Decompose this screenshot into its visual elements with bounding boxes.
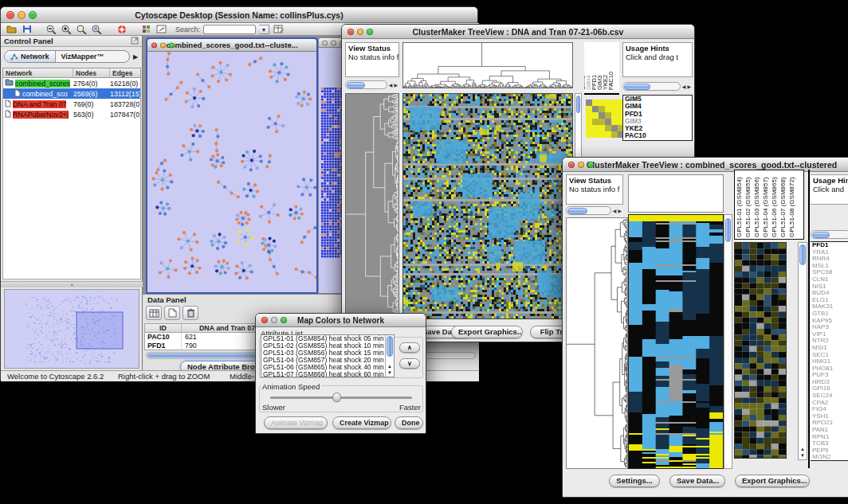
scroll-up-icon[interactable]: ▲: [386, 364, 394, 369]
zoom-window-icon[interactable]: [367, 29, 373, 35]
dialog-titlebar[interactable]: Map Colors to Network: [256, 314, 426, 327]
panel-splitter[interactable]: ●: [1, 281, 143, 287]
zoom-in-icon[interactable]: [61, 24, 73, 34]
help-lifesaver-icon[interactable]: [116, 24, 128, 34]
attribute-list-scrollbar[interactable]: ▲ ▼: [385, 335, 394, 377]
map-colors-dialog[interactable]: Map Colors to Network Attribute List GPL…: [255, 313, 426, 434]
tv2-heatmap-canvas[interactable]: [628, 214, 724, 469]
hscroll-thumb[interactable]: [347, 82, 365, 88]
col-nodes[interactable]: Nodes: [73, 68, 110, 77]
scroll-up-icon[interactable]: ▲: [799, 447, 807, 452]
tv1-right-hscrollbar[interactable]: ◀▶: [622, 82, 693, 91]
tv2-export-graphics-button[interactable]: Export Graphics...: [735, 475, 810, 487]
tv2-left-hscrollbar[interactable]: ◀▶: [566, 206, 623, 215]
attribute-list[interactable]: GPL51-01 (GSM854) heat shock 05 minGPL51…: [261, 334, 395, 377]
tabs-overflow-icon[interactable]: ▶: [133, 53, 138, 61]
move-up-button[interactable]: ∧: [399, 342, 420, 353]
tv2-row-dendrogram-canvas[interactable]: [566, 217, 628, 469]
zoom-out-icon[interactable]: [45, 24, 57, 34]
scroll-down-icon[interactable]: ▼: [799, 453, 807, 459]
tv2-zoom-vscrollbar[interactable]: ▲ ▼: [798, 242, 807, 460]
tv1-gene-label[interactable]: PAC10: [623, 132, 692, 139]
minimize-icon[interactable]: [160, 42, 166, 48]
treeview2-window[interactable]: ClusterMaker TreeView : combined_scores_…: [562, 157, 848, 498]
close-icon[interactable]: [568, 162, 575, 168]
tv1-heatmap-canvas[interactable]: [402, 93, 573, 319]
new-attribute-icon[interactable]: [164, 306, 180, 320]
network-view-titlebar[interactable]: combined_scores_good.txt--cluste...: [147, 39, 316, 52]
minimize-icon[interactable]: [578, 162, 584, 168]
search-dropdown-icon[interactable]: ▼: [259, 25, 269, 34]
tv1-summary-matrix-canvas[interactable]: [586, 100, 624, 138]
tv2-right-hscrollbar[interactable]: [811, 230, 848, 239]
attribute-select-icon[interactable]: [146, 306, 162, 320]
tv1-column-dendrogram-canvas[interactable]: [402, 42, 573, 88]
scroll-arrows-icon[interactable]: ◀▶: [613, 208, 623, 213]
speed-slider-thumb[interactable]: [332, 393, 341, 402]
close-icon[interactable]: [261, 317, 268, 323]
tv2-settings-button[interactable]: Settings...: [609, 475, 660, 487]
table-edit-icon[interactable]: [273, 24, 285, 34]
create-vizmap-button[interactable]: Create Vizmap: [332, 416, 391, 429]
close-icon[interactable]: [322, 40, 328, 45]
network-tree-row[interactable]: DNA and Tran 07769(0)183728(0): [3, 99, 140, 109]
birdseye-canvas[interactable]: [5, 290, 139, 368]
zoom-window-icon[interactable]: [587, 162, 594, 168]
network-tree-row[interactable]: combined_sco2569(6)13112(15): [3, 88, 140, 99]
vscroll-thumb[interactable]: [799, 244, 806, 265]
open-file-icon[interactable]: [6, 24, 18, 34]
network-tree-row[interactable]: combined_scores2764(0)16218(0): [3, 78, 140, 88]
save-icon[interactable]: [21, 24, 33, 34]
treeview1-titlebar[interactable]: ClusterMaker TreeView : DNA and Tran 07-…: [342, 25, 694, 39]
network-view-window[interactable]: combined_scores_good.txt--cluste...: [146, 37, 318, 294]
zoom-fit-icon[interactable]: [76, 24, 88, 34]
hscroll-thumb[interactable]: [624, 84, 650, 90]
tv2-save-data-button[interactable]: Save Data...: [669, 475, 725, 487]
float-panel-icon[interactable]: [131, 37, 139, 46]
col-network[interactable]: Network: [3, 68, 73, 77]
vscroll-thumb[interactable]: [387, 336, 393, 357]
speed-slider-track[interactable]: [270, 397, 412, 399]
delete-attribute-icon[interactable]: [183, 306, 198, 320]
tv1-export-graphics-button[interactable]: Export Graphics...: [451, 326, 523, 338]
search-input[interactable]: [203, 25, 256, 34]
birdseye-overview[interactable]: [4, 289, 139, 369]
vizmapper-icon[interactable]: [140, 24, 152, 34]
network-graph-canvas[interactable]: [147, 52, 316, 292]
minimize-icon[interactable]: [357, 29, 363, 35]
scroll-down-icon[interactable]: ▼: [386, 370, 394, 376]
annotation-icon[interactable]: [155, 24, 167, 34]
hscroll-thumb[interactable]: [567, 208, 587, 214]
minimize-icon[interactable]: [271, 317, 277, 323]
tv2-gene-label[interactable]: MON2: [811, 454, 848, 461]
close-icon[interactable]: [6, 11, 14, 19]
close-icon[interactable]: [151, 42, 157, 48]
scroll-arrows-icon[interactable]: ◀▶: [389, 82, 399, 88]
tv2-gene-list[interactable]: PFD1YRA1RNR4MSL1SPC98CLN1NIS1BUD4ELG1MAK…: [811, 241, 848, 461]
minimize-icon[interactable]: [331, 40, 336, 45]
done-button[interactable]: Done: [395, 416, 423, 429]
tv1-row-dendrogram-canvas[interactable]: [345, 93, 399, 319]
zoom-window-icon[interactable]: [29, 11, 37, 19]
col-edges[interactable]: Edges: [110, 68, 140, 77]
move-down-button[interactable]: ∨: [399, 358, 420, 369]
tab-vizmapper[interactable]: VizMapper™: [55, 51, 110, 62]
zoom-selected-icon[interactable]: [91, 24, 103, 34]
animate-vizmap-button[interactable]: Animate Vizmap: [264, 416, 328, 429]
vscroll-thumb[interactable]: [725, 218, 731, 242]
tv1-left-hscrollbar[interactable]: ◀▶: [345, 80, 399, 89]
tab-network[interactable]: Network: [5, 51, 55, 62]
main-titlebar[interactable]: Cytoscape Desktop (Session Name: collins…: [1, 7, 477, 23]
tv2-heatmap-vscrollbar[interactable]: [724, 214, 732, 469]
tv2-zoom-heatmap-canvas[interactable]: [734, 242, 787, 459]
network-tree-row[interactable]: RNAPuberNov2+|563(0)107847(0): [3, 109, 140, 119]
treeview2-titlebar[interactable]: ClusterMaker TreeView : combined_scores_…: [563, 158, 848, 172]
tv1-gene-list[interactable]: GIM5GIM4PFD1GIM3YKE2PAC10: [622, 95, 693, 141]
window-controls[interactable]: [6, 11, 37, 19]
vscroll-thumb[interactable]: [576, 96, 580, 113]
scroll-arrows-icon[interactable]: ◀▶: [682, 84, 693, 89]
zoom-window-icon[interactable]: [169, 42, 175, 48]
id-column-header[interactable]: ID: [145, 324, 182, 332]
hscroll-thumb[interactable]: [812, 232, 830, 238]
zoom-window-icon[interactable]: [281, 317, 287, 323]
